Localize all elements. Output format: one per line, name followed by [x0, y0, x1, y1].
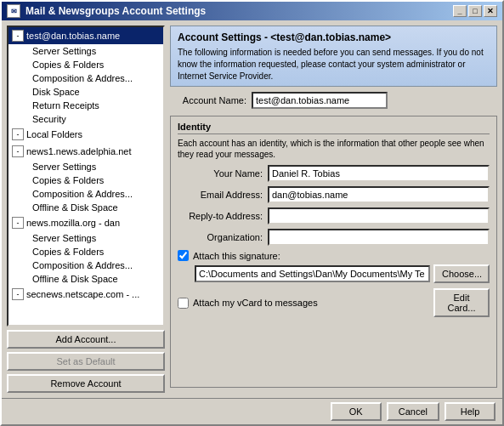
identity-section-desc: Each account has an identity, which is t…: [178, 138, 490, 160]
tree-label-local-folders: Local Folders: [26, 129, 82, 139]
window-icon: ✉: [7, 4, 20, 18]
tree-child-copies-folders-1[interactable]: Copies & Folders: [8, 58, 163, 71]
left-panel: - test@dan.tobias.name Server Settings C…: [7, 26, 165, 393]
tree-child-composition-1[interactable]: Composition & Addres...: [8, 71, 163, 85]
signature-path-input[interactable]: [195, 265, 430, 282]
reply-to-row: Reply-to Address:: [178, 207, 490, 224]
collapse-icon-test-dan[interactable]: -: [12, 30, 24, 42]
identity-section: Identity Each account has an identity, w…: [170, 116, 497, 388]
tree-label-news1: news1.news.adelphia.net: [26, 146, 132, 156]
tree-label-secnews: secnews.netscape.com - ...: [26, 289, 139, 299]
attach-signature-checkbox[interactable]: [178, 250, 189, 261]
tree-child-copies-folders-2[interactable]: Copies & Folders: [8, 173, 163, 187]
email-address-label: Email Address:: [178, 190, 263, 200]
add-account-button[interactable]: Add Account...: [7, 330, 165, 349]
tree-root-test-dan[interactable]: - test@dan.tobias.name: [8, 27, 163, 44]
your-name-row: Your Name:: [178, 165, 490, 182]
tree-child-return-receipts-1[interactable]: Return Receipts: [8, 99, 163, 112]
account-settings-desc: The following information is needed befo…: [178, 47, 490, 82]
tree-child-copies-folders-3[interactable]: Copies & Folders: [8, 245, 163, 258]
attach-vcard-row: Attach my vCard to messages Edit Card...: [178, 288, 490, 317]
window-body: - test@dan.tobias.name Server Settings C…: [2, 20, 502, 398]
account-name-input[interactable]: [252, 92, 388, 109]
choose-button[interactable]: Choose...: [433, 264, 490, 283]
collapse-icon-local-folders[interactable]: -: [12, 128, 24, 140]
email-address-row: Email Address:: [178, 186, 490, 203]
account-header: Account Settings - <test@dan.tobias.name…: [170, 26, 497, 87]
tree-child-composition-2[interactable]: Composition & Addres...: [8, 187, 163, 201]
edit-card-button[interactable]: Edit Card...: [433, 288, 490, 317]
ok-button[interactable]: OK: [331, 402, 382, 421]
email-address-input[interactable]: [268, 186, 490, 203]
tree-label-mozilla: news.mozilla.org - dan: [26, 218, 120, 228]
tree-root-news1-adelphia[interactable]: - news1.news.adelphia.net: [8, 143, 163, 160]
tree-root-local-folders[interactable]: - Local Folders: [8, 126, 163, 143]
attach-vcard-checkbox[interactable]: [178, 298, 189, 309]
window-title: Mail & Newsgroups Account Settings: [25, 5, 206, 17]
set-default-button[interactable]: Set as Default: [7, 352, 165, 371]
signature-path-row: Choose...: [178, 264, 490, 283]
account-name-row: Account Name:: [170, 92, 497, 109]
attach-signature-row: Attach this signature:: [178, 250, 490, 261]
reply-to-label: Reply-to Address:: [178, 211, 263, 221]
organization-input[interactable]: [268, 229, 490, 246]
help-button[interactable]: Help: [445, 402, 496, 421]
main-window: ✉ Mail & Newsgroups Account Settings _ □…: [0, 0, 504, 426]
reply-to-input[interactable]: [268, 207, 490, 224]
tree-child-server-settings-3[interactable]: Server Settings: [8, 231, 163, 245]
collapse-icon-secnews[interactable]: -: [12, 288, 24, 300]
attach-signature-label: Attach this signature:: [193, 251, 280, 261]
tree-child-offline-3[interactable]: Offline & Disk Space: [8, 272, 163, 286]
account-name-label: Account Name:: [170, 95, 246, 105]
window-controls: _ □ ✕: [453, 5, 497, 17]
organization-row: Organization:: [178, 229, 490, 246]
title-bar: ✉ Mail & Newsgroups Account Settings _ □…: [2, 2, 502, 20]
remove-account-button[interactable]: Remove Account: [7, 374, 165, 393]
account-tree[interactable]: - test@dan.tobias.name Server Settings C…: [7, 26, 165, 327]
right-panel: Account Settings - <test@dan.tobias.name…: [170, 26, 497, 393]
tree-child-composition-3[interactable]: Composition & Addres...: [8, 258, 163, 272]
tree-child-security-1[interactable]: Security: [8, 112, 163, 126]
your-name-input[interactable]: [268, 165, 490, 182]
cancel-button[interactable]: Cancel: [387, 402, 439, 421]
tree-child-disk-space-1[interactable]: Disk Space: [8, 85, 163, 99]
maximize-button[interactable]: □: [468, 5, 482, 17]
account-settings-title: Account Settings - <test@dan.tobias.name…: [178, 31, 490, 43]
tree-child-offline-2[interactable]: Offline & Disk Space: [8, 201, 163, 214]
close-button[interactable]: ✕: [484, 5, 497, 17]
collapse-icon-mozilla[interactable]: -: [12, 217, 24, 229]
minimize-button[interactable]: _: [453, 5, 467, 17]
left-buttons: Add Account... Set as Default Remove Acc…: [7, 330, 165, 393]
footer: OK Cancel Help: [2, 398, 502, 424]
tree-root-secnews[interactable]: - secnews.netscape.com - ...: [8, 286, 163, 303]
attach-vcard-label: Attach my vCard to messages: [193, 298, 433, 308]
tree-child-server-settings-1[interactable]: Server Settings: [8, 44, 163, 58]
your-name-label: Your Name:: [178, 168, 263, 179]
identity-section-title: Identity: [178, 122, 490, 134]
tree-child-server-settings-2[interactable]: Server Settings: [8, 160, 163, 173]
organization-label: Organization:: [178, 232, 263, 242]
collapse-icon-news1[interactable]: -: [12, 145, 24, 157]
tree-root-news-mozilla[interactable]: - news.mozilla.org - dan: [8, 214, 163, 231]
tree-label-test-dan: test@dan.tobias.name: [26, 31, 120, 41]
